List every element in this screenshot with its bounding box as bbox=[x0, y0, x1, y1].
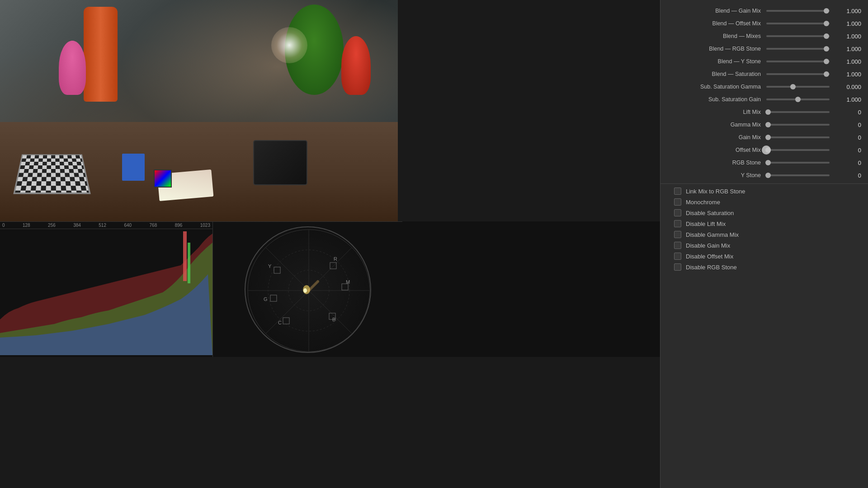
slider-value-y-stone: 0 bbox=[834, 172, 861, 179]
slider-value-blend-y-stone: 1.000 bbox=[834, 58, 861, 65]
slider-label-gain-mix: Gain Mix bbox=[670, 134, 766, 141]
checkbox-row-disable-gain-mix[interactable]: Disable Gain Mix bbox=[660, 240, 868, 251]
slider-label-lift-mix: Lift Mix bbox=[670, 109, 766, 115]
waveform-ruler: 0 128 256 384 512 640 768 896 1023 bbox=[0, 222, 212, 229]
slider-track-blend-offset-mix[interactable] bbox=[766, 23, 830, 24]
object-blue-house bbox=[122, 154, 145, 181]
slider-track-y-stone[interactable] bbox=[766, 174, 830, 176]
checkbox-label-link-mix-rgb-stone: Link Mix to RGB Stone bbox=[686, 188, 745, 195]
object-cylinder bbox=[84, 7, 118, 102]
ruler-896: 896 bbox=[175, 223, 183, 228]
slider-container: Blend — Gain Mix1.000Blend — Offset Mix1… bbox=[660, 5, 868, 182]
slider-track-lift-mix[interactable] bbox=[766, 111, 830, 113]
slider-thumb-blend-y-stone[interactable] bbox=[824, 59, 829, 64]
slider-value-lift-mix: 0 bbox=[834, 109, 861, 116]
waveform-panel: 0 128 256 384 512 640 768 896 1023 bbox=[0, 221, 212, 357]
checkbox-row-disable-rgb-stone[interactable]: Disable RGB Stone bbox=[660, 262, 868, 272]
slider-thumb-rgb-stone[interactable] bbox=[765, 160, 771, 165]
scope-data-bright bbox=[303, 288, 307, 293]
slider-thumb-gamma-mix[interactable] bbox=[765, 122, 771, 127]
checkbox-disable-lift-mix[interactable] bbox=[674, 220, 681, 227]
image-preview bbox=[0, 0, 398, 221]
checkbox-row-disable-gamma-mix[interactable]: Disable Gamma Mix bbox=[660, 229, 868, 240]
slider-thumb-blend-saturation[interactable] bbox=[824, 71, 829, 77]
slider-thumb-blend-rgb-stone[interactable] bbox=[824, 46, 829, 52]
right-panel: Blend — Gain Mix1.000Blend — Offset Mix1… bbox=[660, 0, 868, 488]
object-chessboard bbox=[13, 155, 90, 194]
slider-thumb-gain-mix[interactable] bbox=[765, 135, 771, 140]
slider-label-gamma-mix: Gamma Mix bbox=[670, 122, 766, 128]
slider-row-blend-offset-mix: Blend — Offset Mix1.000 bbox=[660, 17, 868, 30]
slider-track-sub-saturation-gain[interactable] bbox=[766, 99, 830, 100]
waveform-display bbox=[0, 229, 212, 355]
checkbox-link-mix-rgb-stone[interactable] bbox=[674, 188, 681, 195]
slider-row-lift-mix: Lift Mix0 bbox=[660, 106, 868, 118]
checkbox-disable-gain-mix[interactable] bbox=[674, 242, 681, 249]
checkbox-label-disable-rgb-stone: Disable RGB Stone bbox=[686, 264, 737, 271]
slider-track-blend-saturation[interactable] bbox=[766, 73, 830, 75]
slider-thumb-blend-offset-mix[interactable] bbox=[824, 21, 829, 26]
checkbox-row-link-mix-rgb-stone[interactable]: Link Mix to RGB Stone bbox=[660, 186, 868, 197]
vectorscope-circle: R M B C G Y bbox=[245, 226, 371, 353]
checkbox-row-disable-lift-mix[interactable]: Disable Lift Mix bbox=[660, 218, 868, 229]
object-rubik bbox=[154, 169, 172, 188]
slider-track-blend-rgb-stone[interactable] bbox=[766, 48, 830, 50]
slider-track-sub-saturation-gamma[interactable] bbox=[766, 86, 830, 88]
bottom-fill bbox=[0, 357, 660, 488]
checkbox-row-disable-saturation[interactable]: Disable Saturation bbox=[660, 207, 868, 218]
checkbox-container: Link Mix to RGB StoneMonochromeDisable S… bbox=[660, 186, 868, 272]
slider-thumb-blend-mixes[interactable] bbox=[824, 33, 829, 39]
slider-track-blend-gain-mix[interactable] bbox=[766, 10, 830, 12]
main-area: 0 128 256 384 512 640 768 896 1023 bbox=[0, 0, 868, 488]
left-content: 0 128 256 384 512 640 768 896 1023 bbox=[0, 0, 660, 488]
svg-text:G: G bbox=[264, 296, 268, 302]
slider-track-blend-y-stone[interactable] bbox=[766, 61, 830, 62]
ruler-0: 0 bbox=[2, 223, 5, 228]
slider-label-blend-saturation: Blend — Saturation bbox=[670, 71, 766, 77]
checkbox-disable-offset-mix[interactable] bbox=[674, 253, 681, 260]
vectorscope-svg: R M B C G Y bbox=[245, 227, 372, 354]
checkbox-disable-saturation[interactable] bbox=[674, 209, 681, 216]
photo-background bbox=[0, 0, 398, 221]
ruler-256: 256 bbox=[48, 223, 56, 228]
slider-thumb-sub-saturation-gamma[interactable] bbox=[790, 84, 796, 89]
slider-row-blend-y-stone: Blend — Y Stone1.000 bbox=[660, 55, 868, 68]
svg-text:B: B bbox=[332, 317, 335, 322]
slider-label-blend-mixes: Blend — Mixes bbox=[670, 33, 766, 39]
slider-value-blend-saturation: 1.000 bbox=[834, 71, 861, 78]
slider-thumb-lift-mix[interactable] bbox=[765, 109, 771, 115]
slider-track-gamma-mix[interactable] bbox=[766, 124, 830, 126]
slider-value-sub-saturation-gamma: 0.000 bbox=[834, 84, 861, 90]
slider-row-sub-saturation-gamma: Sub. Saturation Gamma0.000 bbox=[660, 80, 868, 93]
slider-value-gain-mix: 0 bbox=[834, 134, 861, 141]
slider-thumb-offset-mix[interactable] bbox=[765, 147, 771, 153]
slider-row-blend-rgb-stone: Blend — RGB Stone1.000 bbox=[660, 42, 868, 55]
waveform-spike-green bbox=[188, 243, 190, 283]
object-doll-right bbox=[341, 36, 371, 95]
checkbox-row-monochrome[interactable]: Monochrome bbox=[660, 197, 868, 207]
slider-track-rgb-stone[interactable] bbox=[766, 162, 830, 164]
slider-track-blend-mixes[interactable] bbox=[766, 35, 830, 37]
slider-row-gamma-mix: Gamma Mix0 bbox=[660, 118, 868, 131]
checkbox-disable-gamma-mix[interactable] bbox=[674, 231, 681, 238]
svg-rect-10 bbox=[283, 318, 289, 324]
slider-track-gain-mix[interactable] bbox=[766, 136, 830, 138]
slider-label-offset-mix: Offset Mix bbox=[670, 147, 766, 153]
slider-label-y-stone: Y Stone bbox=[670, 172, 766, 178]
ruler-384: 384 bbox=[73, 223, 81, 228]
slider-track-offset-mix[interactable] bbox=[766, 149, 830, 151]
slider-row-y-stone: Y Stone0 bbox=[660, 169, 868, 182]
checkbox-label-disable-gamma-mix: Disable Gamma Mix bbox=[686, 231, 739, 238]
checkbox-monochrome[interactable] bbox=[674, 198, 681, 206]
slider-thumb-y-stone[interactable] bbox=[765, 173, 771, 178]
slider-label-blend-offset-mix: Blend — Offset Mix bbox=[670, 20, 766, 27]
svg-rect-11 bbox=[270, 295, 277, 301]
slider-thumb-sub-saturation-gain[interactable] bbox=[795, 97, 801, 102]
checkbox-row-disable-offset-mix[interactable]: Disable Offset Mix bbox=[660, 251, 868, 262]
ruler-512: 512 bbox=[99, 223, 106, 228]
svg-text:M: M bbox=[346, 279, 350, 285]
svg-text:R: R bbox=[334, 256, 337, 262]
slider-thumb-blend-gain-mix[interactable] bbox=[824, 8, 829, 14]
slider-value-gamma-mix: 0 bbox=[834, 122, 861, 128]
checkbox-disable-rgb-stone[interactable] bbox=[674, 263, 681, 271]
